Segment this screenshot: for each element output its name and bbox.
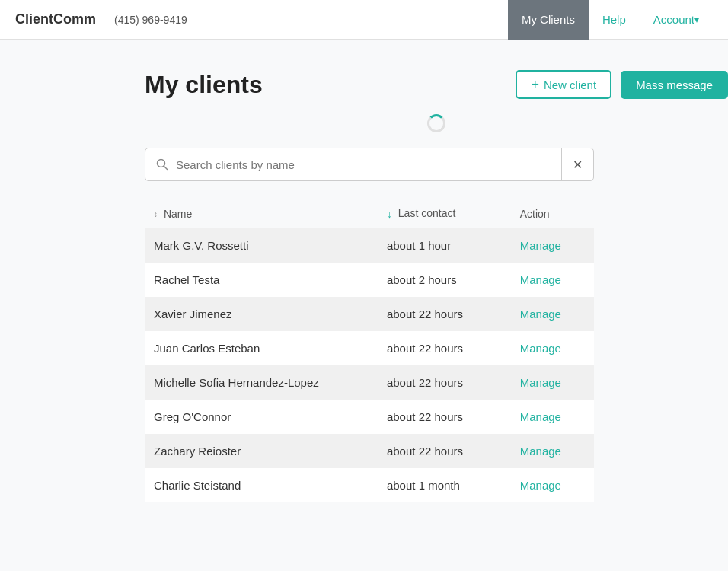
clients-table: ↕ Name ↓ Last contact Action Mark G.V. R… — [145, 199, 594, 502]
client-name: Juan Carlos Esteban — [145, 331, 378, 365]
column-header-last-contact[interactable]: ↓ Last contact — [378, 199, 511, 228]
manage-link[interactable]: Manage — [520, 273, 561, 286]
client-action: Manage — [511, 468, 594, 502]
search-bar: ✕ — [145, 148, 594, 181]
table-row: Greg O'Connorabout 22 hoursManage — [145, 400, 594, 434]
nav-account[interactable]: Account — [640, 0, 713, 40]
search-input[interactable] — [176, 151, 561, 179]
client-action: Manage — [511, 228, 594, 263]
manage-link[interactable]: Manage — [520, 308, 561, 321]
nav-my-clients[interactable]: My Clients — [508, 0, 589, 40]
client-last-contact: about 22 hours — [378, 297, 511, 331]
search-clear-button[interactable]: ✕ — [561, 148, 593, 180]
manage-link[interactable]: Manage — [520, 445, 561, 458]
client-action: Manage — [511, 297, 594, 331]
client-name: Rachel Testa — [145, 263, 378, 297]
new-client-label: New client — [544, 78, 596, 91]
client-last-contact: about 22 hours — [378, 434, 511, 468]
plus-icon: + — [531, 78, 539, 91]
client-name: Zachary Reioster — [145, 434, 378, 468]
client-last-contact: about 22 hours — [378, 331, 511, 365]
client-name: Michelle Sofia Hernandez-Lopez — [145, 365, 378, 400]
client-last-contact: about 1 month — [378, 468, 511, 502]
sort-icon-name: ↕ — [154, 211, 158, 219]
manage-link[interactable]: Manage — [520, 342, 561, 355]
client-name: Xavier Jimenez — [145, 297, 378, 331]
navbar: ClientComm (415) 969-9419 My Clients Hel… — [0, 0, 728, 40]
table-row: Mark G.V. Rossettiabout 1 hourManage — [145, 228, 594, 263]
client-last-contact: about 2 hours — [378, 263, 511, 297]
client-action: Manage — [511, 434, 594, 468]
manage-link[interactable]: Manage — [520, 376, 561, 389]
mass-message-button[interactable]: Mass message — [621, 71, 728, 99]
client-last-contact: about 22 hours — [378, 400, 511, 434]
sort-arrow-down-icon: ↓ — [387, 208, 392, 220]
table-row: Rachel Testaabout 2 hoursManage — [145, 263, 594, 297]
page-header: My clients + New client Mass message — [145, 70, 728, 99]
page-title: My clients — [145, 71, 263, 99]
clients-list: Mark G.V. Rossettiabout 1 hourManageRach… — [145, 228, 594, 503]
table-row: Charlie Steistandabout 1 monthManage — [145, 468, 594, 502]
client-name: Greg O'Connor — [145, 400, 378, 434]
manage-link[interactable]: Manage — [520, 239, 561, 252]
brand-phone: (415) 969-9419 — [114, 14, 187, 26]
client-action: Manage — [511, 400, 594, 434]
client-action: Manage — [511, 331, 594, 365]
nav-help[interactable]: Help — [589, 0, 640, 40]
table-row: Zachary Reiosterabout 22 hoursManage — [145, 434, 594, 468]
client-name: Charlie Steistand — [145, 468, 378, 502]
search-icon — [145, 158, 176, 171]
table-header-row: ↕ Name ↓ Last contact Action — [145, 199, 594, 228]
main-content: My clients + New client Mass message ✕ ↕… — [0, 40, 728, 533]
new-client-button[interactable]: + New client — [516, 70, 611, 99]
client-action: Manage — [511, 365, 594, 400]
svg-line-1 — [164, 167, 168, 170]
loading-spinner — [427, 114, 445, 132]
table-row: Michelle Sofia Hernandez-Lopezabout 22 h… — [145, 365, 594, 400]
manage-link[interactable]: Manage — [520, 479, 561, 492]
nav-links: My Clients Help Account — [508, 0, 713, 39]
table-row: Juan Carlos Estebanabout 22 hoursManage — [145, 331, 594, 365]
loading-spinner-container — [145, 114, 728, 132]
brand-name: ClientComm — [15, 11, 96, 27]
manage-link[interactable]: Manage — [520, 410, 561, 423]
client-name: Mark G.V. Rossetti — [145, 228, 378, 263]
table-row: Xavier Jimenezabout 22 hoursManage — [145, 297, 594, 331]
client-last-contact: about 22 hours — [378, 365, 511, 400]
column-header-action: Action — [511, 199, 594, 228]
column-header-name[interactable]: ↕ Name — [145, 199, 378, 228]
client-last-contact: about 1 hour — [378, 228, 511, 263]
client-action: Manage — [511, 263, 594, 297]
